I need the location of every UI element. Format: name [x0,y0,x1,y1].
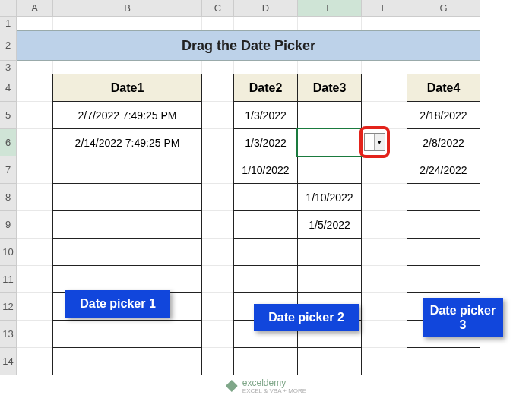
date-picker-dropdown-button[interactable]: ▾ [374,134,385,150]
cell-B5[interactable]: 2/7/2022 7:49:25 PM [52,101,202,129]
row-header-7[interactable]: 7 [0,156,17,184]
cell-D5[interactable]: 1/3/2022 [233,101,298,129]
cell-D1[interactable] [234,17,298,30]
col-header-A[interactable]: A [17,0,53,17]
cell-D9[interactable] [233,210,298,239]
cell-C10[interactable] [202,239,234,266]
col-header-D[interactable]: D [234,0,298,17]
row-header-5[interactable]: 5 [0,102,17,129]
cell-C7[interactable] [202,156,234,184]
row-header-3[interactable]: 3 [0,61,17,74]
cell-F8[interactable] [362,184,407,211]
cell-A8[interactable] [17,184,53,211]
cell-E8[interactable]: 1/10/2022 [297,183,362,211]
cell-D10[interactable] [233,238,298,266]
cell-E7[interactable] [297,156,362,184]
cell-F11[interactable] [362,266,407,293]
cell-B11[interactable] [52,265,202,293]
cell-F5[interactable] [362,102,407,129]
col-header-E[interactable]: E [298,0,362,17]
cell-G11[interactable] [407,265,480,293]
cell-C1[interactable] [202,17,234,30]
cell-A1[interactable] [17,17,53,30]
cell-G5[interactable]: 2/18/2022 [407,101,480,129]
row-header-12[interactable]: 12 [0,293,17,321]
row-header-11[interactable]: 11 [0,266,17,293]
cell-D8[interactable] [233,183,298,211]
cell-G1[interactable] [407,17,480,30]
cell-G3[interactable] [407,61,480,74]
row-header-2[interactable]: 2 [0,30,17,61]
header-date2[interactable]: Date2 [233,74,298,102]
cell-G6[interactable]: 2/8/2022 [407,128,480,156]
cell-F9[interactable] [362,211,407,239]
cell-A7[interactable] [17,156,53,184]
row-header-10[interactable]: 10 [0,239,17,266]
cell-C9[interactable] [202,211,234,239]
col-header-C[interactable]: C [202,0,234,17]
cell-E6[interactable] [297,128,362,156]
row-header-8[interactable]: 8 [0,184,17,211]
cell-B10[interactable] [52,238,202,266]
cell-F12[interactable] [362,293,407,321]
cell-B3[interactable] [53,61,202,74]
cell-C11[interactable] [202,266,234,293]
cell-A10[interactable] [17,239,53,266]
cell-A3[interactable] [17,61,53,74]
cell-A4[interactable] [17,74,53,102]
row-header-4[interactable]: 4 [0,74,17,102]
cell-G7[interactable]: 2/24/2022 [407,156,480,184]
cell-B1[interactable] [53,17,202,30]
cell-E1[interactable] [298,17,362,30]
cell-A6[interactable] [17,129,53,156]
col-header-F[interactable]: F [362,0,407,17]
cell-B7[interactable] [52,156,202,184]
cell-A13[interactable] [17,321,53,348]
cell-E10[interactable] [297,238,362,266]
cell-C13[interactable] [202,321,234,348]
cell-D6[interactable]: 1/3/2022 [233,128,298,156]
cell-B9[interactable] [52,210,202,239]
cell-A11[interactable] [17,266,53,293]
cell-C5[interactable] [202,102,234,129]
cell-C3[interactable] [202,61,234,74]
cell-E11[interactable] [297,265,362,293]
cell-E14[interactable] [297,347,362,375]
cell-F7[interactable] [362,156,407,184]
date-picker-control[interactable]: ▾ [364,133,385,151]
cell-A5[interactable] [17,102,53,129]
cell-C14[interactable] [202,348,234,375]
cell-E9[interactable]: 1/5/2022 [297,210,362,239]
cell-B14[interactable] [52,347,202,375]
row-header-9[interactable]: 9 [0,211,17,239]
cell-F4[interactable] [362,74,407,102]
col-header-B[interactable]: B [53,0,202,17]
cell-C12[interactable] [202,293,234,321]
cell-B13[interactable] [52,320,202,348]
cell-G10[interactable] [407,238,480,266]
cell-A14[interactable] [17,348,53,375]
cell-A9[interactable] [17,211,53,239]
cell-G14[interactable] [407,347,480,375]
row-header-14[interactable]: 14 [0,348,17,375]
cell-A12[interactable] [17,293,53,321]
cell-D14[interactable] [233,347,298,375]
cell-D11[interactable] [233,265,298,293]
cell-F1[interactable] [362,17,407,30]
cell-C8[interactable] [202,184,234,211]
cell-F10[interactable] [362,239,407,266]
row-header-1[interactable]: 1 [0,17,17,30]
cell-G8[interactable] [407,183,480,211]
cell-F14[interactable] [362,348,407,375]
cell-B8[interactable] [52,183,202,211]
cell-C6[interactable] [202,129,234,156]
cell-D3[interactable] [234,61,298,74]
cell-E5[interactable] [297,101,362,129]
row-header-6[interactable]: 6 [0,129,17,156]
row-header-13[interactable]: 13 [0,321,17,348]
header-date1[interactable]: Date1 [52,74,202,102]
cell-F13[interactable] [362,321,407,348]
header-date3[interactable]: Date3 [297,74,362,102]
cell-E3[interactable] [298,61,362,74]
cell-F3[interactable] [362,61,407,74]
